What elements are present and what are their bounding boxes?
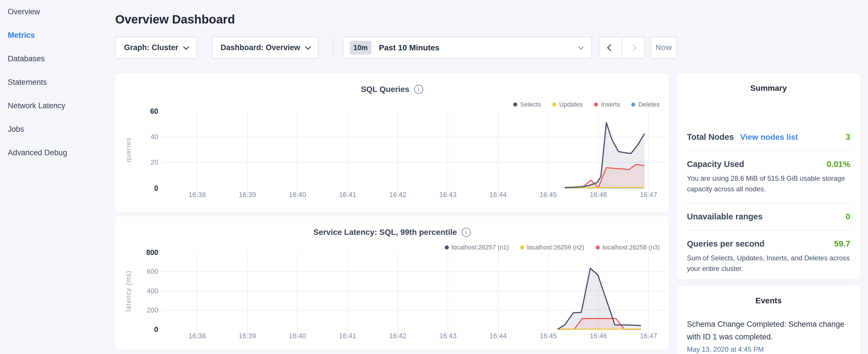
summary-row: Capacity Used0.01% bbox=[687, 160, 850, 169]
service-latency-chart-card: Service Latency: SQL, 99th percentile i … bbox=[115, 216, 669, 350]
summary-panel-title: Summary bbox=[677, 73, 861, 93]
summary-value: 0.01% bbox=[827, 160, 850, 169]
y-tick-label: 20 bbox=[118, 158, 158, 166]
x-tick-label: 16:39 bbox=[239, 191, 256, 199]
summary-panel: Summary Total NodesView nodes list3Capac… bbox=[677, 73, 861, 279]
sidebar-item-statements[interactable]: Statements bbox=[0, 70, 115, 94]
events-panel-title: Events bbox=[677, 286, 861, 305]
now-button[interactable]: Now bbox=[651, 37, 677, 59]
summary-label: Unavailable ranges bbox=[687, 212, 763, 221]
sql-queries-plot: 020406016:3816:3916:4016:4116:4216:4316:… bbox=[115, 73, 669, 212]
y-axis-title: queries bbox=[125, 137, 132, 162]
sidebar-item-network-latency[interactable]: Network Latency bbox=[0, 94, 115, 118]
summary-value: 0 bbox=[846, 212, 850, 221]
x-tick-label: 16:44 bbox=[490, 191, 507, 199]
summary-row: Unavailable ranges0 bbox=[687, 212, 850, 221]
summary-subtext: You are using 28.6 MiB of 515.9 GiB usab… bbox=[687, 173, 850, 194]
y-tick-label: 0 bbox=[118, 184, 158, 192]
time-step-forward-button[interactable] bbox=[622, 37, 644, 58]
x-tick-label: 16:38 bbox=[189, 332, 206, 340]
summary-rows: Total NodesView nodes list3Capacity Used… bbox=[677, 124, 861, 310]
time-step-button-group bbox=[599, 37, 645, 59]
summary-label: Queries per second bbox=[687, 239, 765, 249]
summary-group: Capacity Used0.01%You are using 28.6 MiB… bbox=[687, 151, 850, 203]
time-range-badge: 10m bbox=[350, 41, 371, 55]
x-tick-label: 16:40 bbox=[289, 332, 306, 340]
x-tick-label: 16:39 bbox=[239, 332, 256, 340]
x-tick-label: 16:43 bbox=[439, 191, 457, 199]
time-step-back-button[interactable] bbox=[599, 37, 622, 58]
x-tick-label: 16:42 bbox=[389, 191, 406, 199]
sidebar-item-metrics[interactable]: Metrics bbox=[0, 24, 115, 47]
events-list: Schema Change Completed: Schema change w… bbox=[677, 318, 861, 353]
x-tick-label: 16:38 bbox=[189, 191, 206, 199]
chevron-down-icon bbox=[305, 43, 311, 50]
summary-subtext: Sum of Selects, Updates, Inserts, and De… bbox=[687, 253, 850, 274]
x-tick-label: 16:43 bbox=[439, 332, 457, 340]
summary-group: Unavailable ranges0 bbox=[687, 203, 850, 231]
sidebar-item-jobs[interactable]: Jobs bbox=[0, 118, 115, 141]
summary-group: Queries per second59.7Sum of Selects, Up… bbox=[687, 231, 850, 283]
event-message: Schema Change Completed: Schema change w… bbox=[687, 318, 850, 343]
time-range-label: Past 10 Minutes bbox=[379, 43, 440, 53]
sidebar-nav: OverviewMetricsDatabasesStatementsNetwor… bbox=[0, 0, 115, 164]
x-tick-label: 16:41 bbox=[339, 191, 356, 199]
event-timestamp: May 13, 2020 at 4:45 PM bbox=[687, 345, 850, 353]
chevron-left-icon bbox=[607, 44, 614, 51]
x-tick-label: 16:46 bbox=[590, 332, 607, 340]
x-tick-label: 16:47 bbox=[640, 332, 657, 340]
x-tick-label: 16:42 bbox=[389, 332, 406, 340]
x-tick-label: 16:41 bbox=[339, 332, 356, 340]
y-tick-label: 40 bbox=[118, 133, 158, 141]
overview-dashboard-page: OverviewMetricsDatabasesStatementsNetwor… bbox=[0, 0, 868, 354]
y-tick-label: 800 bbox=[118, 248, 158, 257]
toolbar-divider bbox=[333, 37, 333, 59]
y-tick-label: 400 bbox=[118, 287, 158, 295]
y-tick-label: 200 bbox=[118, 306, 158, 314]
chevron-down-icon bbox=[578, 44, 584, 49]
dashboard-dropdown[interactable]: Dashboard: Overview bbox=[212, 37, 319, 59]
chevron-right-icon bbox=[629, 44, 637, 51]
sidebar-item-advanced-debug[interactable]: Advanced Debug bbox=[0, 141, 115, 164]
summary-row: Total NodesView nodes list3 bbox=[687, 132, 850, 142]
x-tick-label: 16:46 bbox=[590, 191, 607, 199]
x-tick-label: 16:40 bbox=[289, 191, 306, 199]
y-tick-label: 0 bbox=[118, 325, 158, 334]
summary-group: Total NodesView nodes list3 bbox=[687, 124, 850, 151]
service-latency-plot: 020040060080016:3816:3916:4016:4116:4216… bbox=[115, 216, 669, 350]
summary-value: 59.7 bbox=[834, 239, 850, 249]
x-tick-label: 16:45 bbox=[539, 191, 557, 199]
dashboard-dropdown-label: Dashboard: Overview bbox=[221, 43, 300, 52]
y-axis-title: latency (ms) bbox=[125, 270, 132, 311]
sql-queries-chart-card: SQL Queries i SelectsUpdatesInsertsDelet… bbox=[115, 73, 669, 212]
sidebar-item-overview[interactable]: Overview bbox=[0, 0, 115, 24]
page-title: Overview Dashboard bbox=[115, 12, 235, 26]
x-tick-label: 16:44 bbox=[490, 332, 507, 340]
summary-label: Total Nodes bbox=[687, 132, 734, 142]
y-tick-label: 600 bbox=[118, 267, 158, 276]
plot-lat-canvas bbox=[115, 216, 669, 350]
x-tick-label: 16:45 bbox=[539, 332, 557, 340]
graph-dropdown-label: Graph: Cluster bbox=[124, 43, 178, 52]
summary-label: Capacity Used bbox=[687, 160, 744, 169]
y-tick-label: 60 bbox=[118, 107, 158, 116]
sidebar-item-databases[interactable]: Databases bbox=[0, 47, 115, 70]
events-panel: Events Schema Change Completed: Schema c… bbox=[677, 286, 861, 354]
chevron-down-icon bbox=[183, 43, 189, 50]
view-nodes-list-link[interactable]: View nodes list bbox=[740, 133, 798, 142]
x-tick-label: 16:47 bbox=[640, 191, 657, 199]
summary-row: Queries per second59.7 bbox=[687, 239, 850, 249]
time-range-dropdown[interactable]: 10m Past 10 Minutes bbox=[343, 37, 592, 59]
graph-source-dropdown[interactable]: Graph: Cluster bbox=[115, 37, 197, 59]
summary-value: 3 bbox=[846, 132, 850, 142]
